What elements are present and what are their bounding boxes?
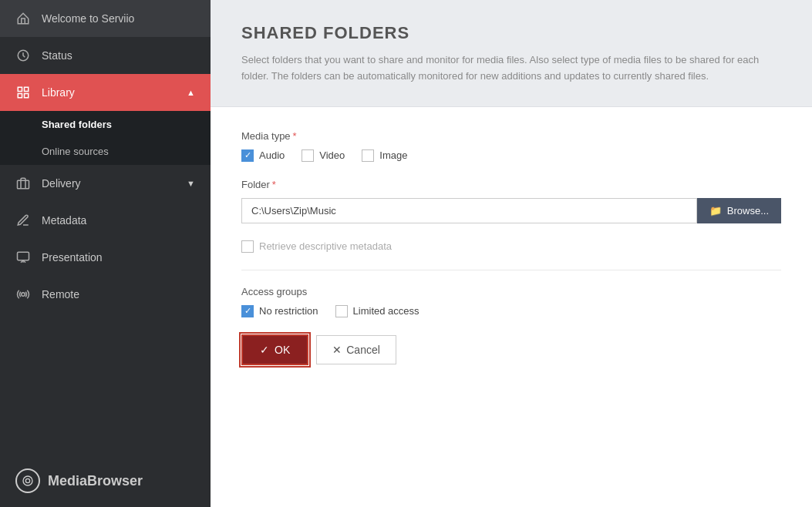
folder-section: Folder * 📁 Browse... [241, 179, 781, 223]
sidebar-item-delivery[interactable]: Delivery ▼ [0, 165, 211, 202]
svg-point-9 [23, 476, 32, 485]
sidebar-item-metadata-label: Metadata [42, 214, 86, 227]
audio-label: Audio [259, 149, 285, 161]
remote-icon [15, 287, 31, 302]
main-content: SHARED FOLDERS Select folders that you w… [211, 0, 812, 507]
delivery-icon [15, 176, 31, 191]
retrieve-metadata-section: Retrieve descriptive metadata [241, 240, 781, 253]
page-header: SHARED FOLDERS Select folders that you w… [211, 0, 812, 107]
sidebar-item-remote-label: Remote [42, 288, 79, 301]
image-checkbox-item[interactable]: Image [362, 149, 407, 162]
image-checkbox[interactable] [362, 149, 374, 162]
retrieve-label: Retrieve descriptive metadata [259, 240, 392, 252]
video-label: Video [319, 149, 345, 161]
folder-browse-icon: 📁 [709, 205, 722, 217]
ok-label: OK [275, 344, 290, 356]
page-title: SHARED FOLDERS [241, 23, 781, 43]
image-label: Image [379, 149, 407, 161]
svg-point-8 [25, 478, 29, 482]
svg-point-7 [22, 293, 25, 297]
ok-button[interactable]: ✓ OK [241, 334, 308, 365]
sidebar-item-delivery-label: Delivery [42, 177, 81, 190]
no-restriction-checkbox[interactable]: ✓ [241, 305, 254, 317]
media-type-group: ✓ Audio Video Image [241, 149, 781, 162]
sidebar-sub-item-online-label: Online sources [42, 146, 109, 157]
sidebar-item-presentation-label: Presentation [42, 251, 103, 264]
metadata-icon [15, 213, 31, 228]
cancel-button[interactable]: ✕ Cancel [316, 335, 396, 364]
required-marker: * [293, 130, 297, 142]
svg-rect-2 [25, 87, 29, 91]
sidebar-item-status-label: Status [42, 49, 72, 62]
access-groups-section: Access groups ✓ No restriction Limited a… [241, 286, 781, 317]
sidebar-sub-library: Shared folders Online sources [0, 111, 211, 165]
status-icon [15, 48, 31, 63]
access-groups-label: Access groups [241, 286, 781, 297]
access-groups-group: ✓ No restriction Limited access [241, 305, 781, 317]
sidebar-item-presentation[interactable]: Presentation [0, 239, 211, 276]
media-type-label: Media type * [241, 130, 781, 142]
limited-access-checkbox[interactable] [335, 305, 348, 317]
cancel-x-icon: ✕ [332, 344, 342, 356]
sidebar-item-metadata[interactable]: Metadata [0, 202, 211, 239]
retrieve-checkbox-item[interactable]: Retrieve descriptive metadata [241, 240, 392, 253]
limited-access-label: Limited access [353, 305, 419, 317]
sidebar-item-library-label: Library [42, 86, 75, 99]
folder-label: Folder * [241, 179, 781, 190]
sidebar: Welcome to Serviio Status Library ▲ Shar… [0, 0, 211, 507]
chevron-down-delivery-icon: ▼ [187, 179, 195, 188]
chevron-up-icon: ▲ [187, 88, 195, 97]
limited-access-checkbox-item[interactable]: Limited access [335, 305, 419, 317]
browse-label: Browse... [727, 205, 769, 217]
sidebar-item-status[interactable]: Status [0, 37, 211, 74]
video-checkbox-item[interactable]: Video [302, 149, 345, 162]
video-checkbox[interactable] [302, 149, 314, 162]
action-row: ✓ OK ✕ Cancel [241, 334, 781, 365]
divider [241, 270, 781, 270]
cancel-label: Cancel [346, 344, 380, 356]
sidebar-item-library[interactable]: Library ▲ [0, 74, 211, 111]
folder-required-marker: * [272, 179, 276, 190]
sidebar-item-welcome-label: Welcome to Serviio [42, 12, 134, 25]
media-type-section: Media type * ✓ Audio Video Image [241, 130, 781, 162]
browse-button[interactable]: 📁 Browse... [697, 198, 781, 223]
folder-input[interactable] [241, 198, 697, 223]
retrieve-checkbox[interactable] [241, 240, 254, 253]
home-icon [15, 11, 31, 26]
no-restriction-label: No restriction [259, 305, 318, 317]
logo: MediaBrowser [0, 455, 211, 507]
svg-rect-5 [18, 180, 29, 189]
library-icon [15, 85, 31, 100]
svg-rect-6 [18, 252, 29, 260]
sidebar-item-welcome[interactable]: Welcome to Serviio [0, 0, 211, 37]
ok-check-icon: ✓ [260, 344, 269, 356]
svg-rect-4 [25, 94, 29, 98]
audio-checkbox[interactable]: ✓ [241, 149, 254, 162]
sidebar-item-online-sources[interactable]: Online sources [0, 138, 211, 165]
page-body: Media type * ✓ Audio Video Image [211, 107, 812, 507]
sidebar-sub-item-shared-label: Shared folders [42, 119, 112, 130]
audio-checkbox-item[interactable]: ✓ Audio [241, 149, 285, 162]
page-description: Select folders that you want to share an… [241, 52, 766, 85]
presentation-icon [15, 250, 31, 265]
logo-icon [15, 468, 40, 493]
folder-row: 📁 Browse... [241, 198, 781, 223]
svg-rect-1 [18, 87, 22, 91]
sidebar-item-shared-folders[interactable]: Shared folders [0, 111, 211, 138]
svg-rect-3 [18, 94, 22, 98]
sidebar-item-remote[interactable]: Remote [0, 276, 211, 313]
logo-text: MediaBrowser [48, 473, 143, 489]
no-restriction-checkbox-item[interactable]: ✓ No restriction [241, 305, 318, 317]
